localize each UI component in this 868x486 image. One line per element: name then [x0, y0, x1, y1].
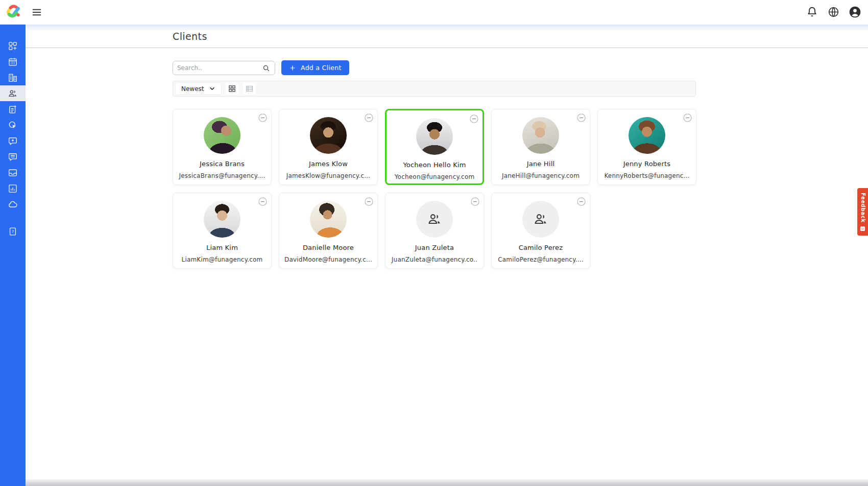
minus-circle-icon — [258, 113, 268, 123]
clients-grid: Jessica Brans JessicaBrans@funagency....… — [173, 109, 698, 269]
top-bar — [0, 0, 868, 25]
client-avatar-placeholder — [416, 201, 453, 238]
topbar-actions — [805, 5, 862, 19]
knot-logo-icon — [5, 3, 23, 21]
sidebar-item-calendar[interactable] — [0, 54, 26, 70]
remove-client-button[interactable] — [258, 113, 268, 123]
add-client-label: Add a Client — [301, 64, 342, 72]
hamburger-icon — [30, 5, 44, 19]
client-email: CamiloPerez@funagency.... — [492, 256, 590, 263]
message-plus-icon — [8, 136, 18, 146]
add-client-button[interactable]: Add a Client — [281, 60, 349, 75]
remove-client-button[interactable] — [683, 113, 692, 123]
sidebar-item-new-message[interactable] — [0, 133, 26, 149]
remove-client-button[interactable] — [576, 197, 586, 206]
sidebar-item-tracking[interactable] — [0, 117, 26, 133]
users-icon — [533, 212, 548, 227]
note-add-icon — [8, 104, 18, 114]
notifications-button[interactable] — [805, 5, 819, 19]
sort-dropdown[interactable]: Newest — [176, 83, 221, 95]
search-icon — [262, 64, 271, 73]
list-view-button[interactable] — [243, 83, 256, 95]
cloud-icon — [8, 199, 18, 210]
client-card[interactable]: James Klow JamesKlow@funagency.c... — [279, 109, 378, 185]
menu-toggle-button[interactable] — [30, 5, 44, 19]
client-card[interactable]: Juan Zuleta JuanZuleta@funagency.co.. — [385, 193, 484, 269]
client-avatar — [416, 118, 453, 155]
sidebar-item-reports[interactable] — [0, 180, 26, 196]
bell-icon — [805, 5, 819, 19]
sidebar-item-inbox[interactable] — [0, 165, 26, 180]
minus-circle-icon — [576, 197, 586, 206]
app-logo[interactable] — [5, 3, 23, 22]
remove-client-button[interactable] — [470, 197, 480, 206]
remove-client-button[interactable] — [469, 114, 479, 124]
svg-text:?: ? — [12, 229, 14, 234]
title-divider — [26, 48, 868, 48]
users-icon — [8, 88, 18, 99]
client-card[interactable]: Camilo Perez CamiloPerez@funagency.... — [491, 193, 590, 269]
sidebar-item-messages[interactable] — [0, 149, 26, 165]
plus-icon — [289, 64, 296, 72]
page-title: Clients — [173, 31, 207, 42]
client-name: Liam Kim — [173, 244, 271, 251]
client-email: KennyRoberts@funagenc... — [598, 172, 696, 179]
sidebar-item-company[interactable] — [0, 70, 26, 85]
list-view-icon — [245, 84, 254, 93]
bottom-scroll-edge — [26, 479, 868, 486]
language-button[interactable] — [827, 5, 840, 19]
search-box — [173, 61, 275, 75]
client-name: Jenny Roberts — [598, 160, 696, 168]
grid-view-icon — [228, 84, 236, 93]
smiley-box-icon — [860, 226, 865, 232]
feedback-tab[interactable]: Feedback — [857, 188, 868, 236]
minus-circle-icon — [469, 114, 479, 124]
client-card-selected[interactable]: Yocheon Hello Kim Yocheon@funagency.com — [385, 109, 484, 185]
remove-client-button[interactable] — [576, 113, 586, 123]
remove-client-button[interactable] — [364, 197, 374, 206]
minus-circle-icon — [258, 197, 268, 206]
client-email: JessicaBrans@funagency.... — [173, 172, 271, 179]
client-card[interactable]: Danielle Moore DavidMoore@funagency.c... — [279, 193, 378, 269]
remove-client-button[interactable] — [258, 197, 268, 206]
sort-selected-value: Newest — [181, 85, 204, 92]
client-name: Yocheon Hello Kim — [387, 161, 483, 169]
client-avatar — [310, 117, 347, 154]
bar-chart-icon — [8, 183, 18, 194]
user-avatar-icon — [848, 5, 862, 19]
minus-circle-icon — [364, 113, 374, 123]
minus-circle-icon — [470, 197, 480, 206]
client-avatar — [522, 117, 559, 154]
client-avatar-placeholder — [522, 201, 559, 238]
chat-lines-icon — [8, 152, 18, 162]
sidebar-item-dashboard[interactable] — [0, 38, 26, 54]
dashboard-add-icon — [8, 41, 18, 51]
sidebar: ? — [0, 25, 26, 486]
client-email: DavidMoore@funagency.c... — [279, 256, 377, 263]
client-card[interactable]: Liam Kim LiamKim@funagency.com — [173, 193, 272, 269]
sidebar-item-clients[interactable] — [0, 85, 26, 101]
client-name: Camilo Perez — [492, 244, 590, 251]
client-avatar — [310, 201, 347, 238]
client-card[interactable]: Jenny Roberts KennyRoberts@funagenc... — [597, 109, 696, 185]
client-avatar — [629, 117, 665, 154]
grid-view-button[interactable] — [226, 83, 238, 95]
client-name: Jessica Brans — [173, 160, 271, 168]
buildings-icon — [8, 73, 18, 83]
client-avatar — [204, 201, 240, 238]
client-card[interactable]: Jessica Brans JessicaBrans@funagency.... — [173, 109, 272, 185]
client-email: Yocheon@funagency.com — [387, 173, 483, 180]
minus-circle-icon — [683, 113, 692, 123]
search-input[interactable] — [173, 64, 262, 72]
users-icon — [427, 212, 442, 227]
sidebar-item-notes[interactable] — [0, 101, 26, 117]
minus-circle-icon — [364, 197, 374, 206]
client-card[interactable]: Jane Hill JaneHill@funagency.com — [491, 109, 590, 185]
remove-client-button[interactable] — [364, 113, 374, 123]
sidebar-item-help[interactable]: ? — [0, 223, 26, 239]
calendar-icon — [8, 57, 18, 67]
client-name: James Klow — [279, 160, 377, 168]
account-button[interactable] — [848, 5, 862, 19]
sidebar-item-cloud[interactable] — [0, 196, 26, 212]
client-email: JaneHill@funagency.com — [492, 172, 590, 179]
